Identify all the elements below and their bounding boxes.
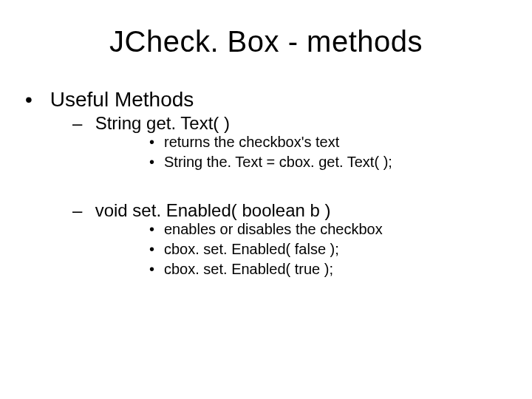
gettext-example: String the. Text = cbox. get. Text( );: [164, 154, 502, 171]
useful-methods-item: Useful Methods String get. Text( ) retur…: [44, 88, 502, 278]
setenabled-desc: enables or disables the checkbox: [164, 221, 502, 238]
slide: JCheck. Box - methods Useful Methods Str…: [0, 0, 532, 399]
bullet-level-2: String get. Text( ) returns the checkbox…: [44, 113, 502, 171]
bullet-level-3: returns the checkbox's text String the. …: [90, 134, 502, 171]
bullet-level-2: void set. Enabled( boolean b ) enables o…: [44, 200, 502, 278]
method-gettext-item: String get. Text( ) returns the checkbox…: [90, 113, 502, 171]
bullet-level-3: enables or disables the checkbox cbox. s…: [90, 221, 502, 278]
useful-methods-label: Useful Methods: [50, 88, 194, 111]
setenabled-example-true: cbox. set. Enabled( true );: [164, 261, 502, 278]
gettext-desc: returns the checkbox's text: [164, 134, 502, 151]
method-gettext-label: String get. Text( ): [95, 113, 230, 133]
method-setenabled-item: void set. Enabled( boolean b ) enables o…: [90, 200, 502, 278]
slide-title: JCheck. Box - methods: [30, 25, 502, 58]
bullet-level-1: Useful Methods String get. Text( ) retur…: [30, 88, 502, 278]
setenabled-example-false: cbox. set. Enabled( false );: [164, 241, 502, 258]
spacer: [44, 177, 502, 199]
method-setenabled-label: void set. Enabled( boolean b ): [95, 200, 331, 220]
